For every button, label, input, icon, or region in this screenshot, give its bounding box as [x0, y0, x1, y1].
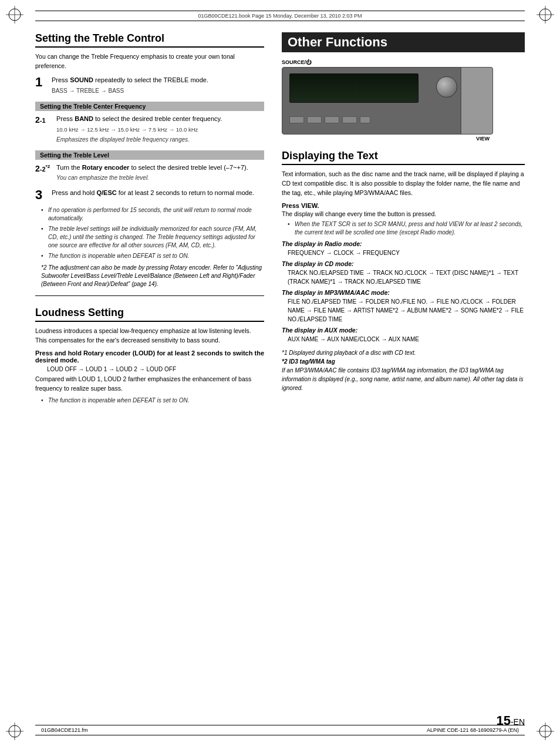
- radio-mode-label: The display in Radio mode:: [282, 240, 525, 247]
- step3-content: Press and hold Q/ESC for at least 2 seco…: [52, 189, 264, 199]
- step2-1-content: Press BAND to select the desired treble …: [56, 115, 264, 146]
- press-view-note: The display will change every time the b…: [282, 210, 525, 217]
- treble-footnote2: *2 The adjustment can also be made by pr…: [41, 264, 264, 288]
- divider: [35, 295, 264, 296]
- step1-num: 1: [35, 76, 52, 89]
- footer-right: ALPINE CDE-121 68-16909Z79-A (EN): [427, 727, 519, 733]
- step2-1-note: Emphasizes the displayed treble frequenc…: [56, 136, 264, 144]
- step2-1-chain: 10.0 kHz → 12.5 kHz → 15.0 kHz → 7.5 kHz…: [56, 126, 264, 133]
- step3-bold: Q/ESC: [96, 189, 116, 196]
- btn4: [342, 116, 357, 123]
- corner-mark-tr: [537, 6, 554, 23]
- step3-text: Press and hold Q/ESC for at least 2 seco…: [52, 189, 264, 197]
- step1-text: Press SOUND repeatedly to select the TRE…: [52, 76, 264, 85]
- btn1: [289, 116, 304, 123]
- mp3-mode-label: The display in MP3/WMA/AAC mode:: [282, 289, 525, 296]
- treble-bullet-2: The treble level settings will be indivi…: [41, 225, 264, 250]
- subheader-treble-level: Setting the Treble Level: [35, 150, 264, 160]
- step3-num: 3: [35, 189, 52, 201]
- mp3-chain: FILE NO./ELAPSED TIME → FOLDER NO./FILE …: [288, 297, 525, 324]
- aux-chain: AUX NAME → AUX NAME/CLOCK → AUX NAME: [288, 335, 525, 344]
- step2-2-num: 2-2*2: [35, 163, 56, 174]
- treble-bullets: If no operation is performed for 15 seco…: [41, 206, 264, 260]
- footnote2-body: If an MP3/WMA/AAC file contains ID3 tag/…: [282, 366, 525, 392]
- treble-step3: 3 Press and hold Q/ESC for at least 2 se…: [35, 189, 264, 201]
- device-image: [282, 67, 493, 135]
- press-view-label: Press VIEW.: [282, 202, 525, 209]
- treble-bullet-3: The function is inoperable when DEFEAT i…: [41, 252, 264, 260]
- loudness-bullets: The function is inoperable when DEFEAT i…: [41, 396, 264, 405]
- display-intro: Text information, such as the disc name …: [282, 170, 525, 197]
- treble-bullet-1: If no operation is performed for 15 seco…: [41, 206, 264, 223]
- btn5: [360, 116, 370, 123]
- source-label: SOURCE/⏻: [282, 59, 525, 65]
- device-display: [289, 73, 419, 103]
- header-bar: 01GB00CDE121.book Page 15 Monday, Decemb…: [35, 11, 525, 21]
- loudness-press-text: Press and hold Rotary encoder (LOUD) for…: [35, 350, 264, 364]
- display-screen: [290, 74, 418, 102]
- loudness-title: Loudness Setting: [35, 307, 264, 322]
- loudness-bullet-1: The function is inoperable when DEFEAT i…: [41, 396, 264, 405]
- btn3: [325, 116, 339, 123]
- loudness-compare: Compared with LOUD 1, LOUD 2 farther emp…: [35, 375, 264, 394]
- treble-step2-1: 2-1 Press BAND to select the desired tre…: [35, 115, 264, 146]
- step2-2-text: Turn the Rotary encoder to select the de…: [56, 163, 264, 172]
- treble-step1: 1 Press SOUND repeatedly to select the T…: [35, 76, 264, 97]
- btn2: [307, 116, 322, 123]
- step2-1-bold: BAND: [75, 115, 93, 122]
- footnote1: *1 Displayed during playback of a disc w…: [282, 348, 525, 357]
- cd-mode-label: The display in CD mode:: [282, 260, 525, 267]
- button-row: [289, 116, 370, 123]
- step2-2-content: Turn the Rotary encoder to select the de…: [56, 163, 264, 184]
- display-sub-notes: When the TEXT SCR is set to SCR MANU, pr…: [288, 220, 525, 237]
- subheader-treble-center: Setting the Treble Center Frequency: [35, 102, 264, 111]
- other-functions-title: Other Functions: [282, 32, 525, 52]
- header-text: 01GB00CDE121.book Page 15 Monday, Decemb…: [198, 13, 362, 19]
- step1-content: Press SOUND repeatedly to select the TRE…: [52, 76, 264, 97]
- loudness-section: Loudness Setting Loudness introduces a s…: [35, 307, 264, 405]
- corner-mark-bl: [6, 723, 23, 740]
- page-wrapper: 01GB00CDE121.book Page 15 Monday, Decemb…: [0, 0, 560, 746]
- corner-mark-br: [537, 723, 554, 740]
- loudness-chain: LOUD OFF → LOUD 1 → LOUD 2 → LOUD OFF: [47, 366, 264, 372]
- displaying-text-section: Displaying the Text Text information, su…: [282, 150, 525, 392]
- radio-chain: FREQUENCY → CLOCK → FREQUENCY: [288, 248, 525, 257]
- step1-bold: SOUND: [70, 76, 93, 83]
- corner-mark-tl: [6, 6, 23, 23]
- unit-right-panel: [460, 68, 492, 134]
- treble-title: Setting the Treble Control: [35, 32, 264, 48]
- left-column: Setting the Treble Control You can chang…: [35, 32, 276, 717]
- aux-mode-label: The display in AUX mode:: [282, 327, 525, 334]
- step2-2-bold: Rotary encoder: [82, 164, 130, 171]
- step2-2-note: You can emphasize the treble level.: [56, 174, 264, 182]
- display-sub-note-1: When the TEXT SCR is set to SCR MANU, pr…: [288, 220, 525, 237]
- device-image-container: VIEW: [282, 67, 525, 142]
- displaying-text-title: Displaying the Text: [282, 150, 525, 165]
- footer-left: 01GB04CDE121.fm: [41, 727, 88, 733]
- cd-chain: TRACK NO./ELAPSED TIME → TRACK NO./CLOCK…: [288, 268, 525, 286]
- treble-step2-2: 2-2*2 Turn the Rotary encoder to select …: [35, 163, 264, 184]
- right-column: Other Functions SOURCE/⏻: [276, 32, 525, 717]
- rotary-encoder: [436, 76, 457, 98]
- loudness-bold: Rotary encoder (LOUD): [83, 350, 155, 357]
- view-label: VIEW: [282, 136, 490, 142]
- step1-chain: BASS → TREBLE → BASS: [52, 87, 264, 95]
- footnote2-label: *2 ID3 tag/WMA tag: [282, 357, 525, 366]
- content-area: Setting the Treble Control You can chang…: [35, 32, 525, 717]
- step2-1-text: Press BAND to select the desired treble …: [56, 115, 264, 123]
- loudness-intro: Loudness introduces a special low-freque…: [35, 327, 264, 345]
- step2-1-num: 2-1: [35, 115, 56, 125]
- footnotes-bottom: *1 Displayed during playback of a disc w…: [282, 348, 525, 392]
- footer-bar: 01GB04CDE121.fm ALPINE CDE-121 68-16909Z…: [35, 725, 525, 735]
- treble-section: Setting the Treble Control You can chang…: [35, 32, 264, 288]
- treble-intro: You can change the Treble Frequency emph…: [35, 52, 264, 71]
